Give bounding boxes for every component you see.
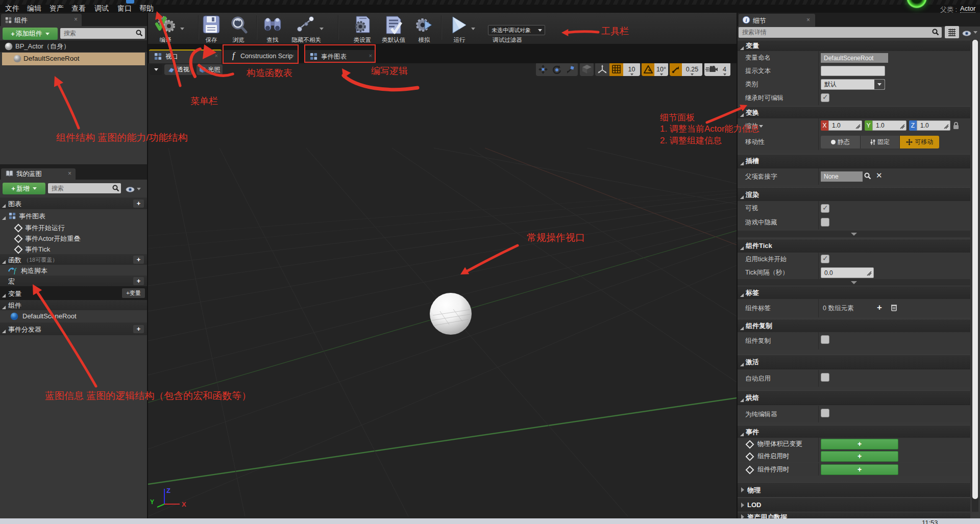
toolbar-button-编译[interactable] <box>154 14 177 34</box>
toolbar-dropdown-icon[interactable] <box>320 28 324 30</box>
list-header-事件分发器[interactable]: 事件分发器+ <box>0 322 147 335</box>
details-header-variable[interactable]: 变量 <box>738 40 970 52</box>
list-item-事件Tick[interactable]: 事件Tick <box>0 243 147 254</box>
list-header-组件[interactable]: 组件 <box>0 300 147 310</box>
add-element-icon[interactable]: + <box>877 303 882 313</box>
add-component-button[interactable]: +添加组件 <box>3 28 58 40</box>
category-dropdown[interactable]: 默认 <box>821 79 885 90</box>
surface-snap-icon[interactable] <box>595 63 609 76</box>
viewport-options-button[interactable] <box>150 64 162 75</box>
details-header-rendering[interactable]: 渲染 <box>738 187 970 202</box>
details-header-cooking[interactable]: 烘焙 <box>738 390 970 405</box>
camera-speed-icon[interactable] <box>704 63 719 76</box>
rotate-tool-icon[interactable] <box>550 63 564 76</box>
rotation-snap-group[interactable]: 10° <box>642 63 668 76</box>
list-header-变量[interactable]: 变量+变量 <box>0 286 147 300</box>
list-header-函数[interactable]: 函数（18可覆盖）+ <box>0 254 147 265</box>
list-item-事件Actor开始重叠[interactable]: 事件Actor开始重叠 <box>0 233 147 243</box>
tab-components[interactable]: 组件× <box>1 14 82 26</box>
details-eye-dropdown-icon[interactable] <box>973 31 977 34</box>
coordinate-space-button[interactable] <box>580 63 594 76</box>
add-事件分发器-button[interactable]: + <box>133 325 144 333</box>
details-header-transform[interactable]: 变换 <box>738 106 970 119</box>
menu-5[interactable]: 窗口 <box>117 5 132 13</box>
x-scale-field[interactable]: 1.0 <box>828 120 862 131</box>
tree-row-bp-actor[interactable]: BP_Actor（自身） <box>0 40 147 52</box>
instance-editable-checkbox[interactable] <box>821 93 829 102</box>
rotation-snap-value[interactable]: 10° <box>654 63 668 76</box>
os-taskbar[interactable]: 11:53 <box>0 518 980 524</box>
parent-class-value[interactable]: Actor <box>960 5 975 13</box>
toolbar-button-类设置[interactable] <box>353 14 372 34</box>
doc-tab-Construction Scrip[interactable]: fConstruction Scrip× <box>223 50 298 63</box>
camera-speed-group[interactable]: 4 <box>704 63 730 76</box>
details-search-input[interactable]: 搜索详情 <box>739 27 942 38</box>
details-scrollbar-thumb[interactable] <box>972 40 978 499</box>
camera-speed-value[interactable]: 4 <box>719 63 730 76</box>
toolbar-button-保存[interactable] <box>203 14 220 34</box>
add-event-button[interactable]: + <box>821 464 898 475</box>
debug-object-dropdown[interactable]: 未选中调试对象 <box>488 25 545 35</box>
details-collapsed-LOD[interactable]: LOD <box>738 497 970 512</box>
tree-row-defaultsceneroot[interactable]: DefaultSceneRoot <box>2 53 145 65</box>
world-space-cube-icon[interactable] <box>580 63 594 76</box>
property-matrix-button[interactable] <box>945 26 959 38</box>
my-blueprint-tab-close-icon[interactable]: × <box>68 170 71 177</box>
tooltip-field[interactable] <box>821 66 885 76</box>
transform-tools-group[interactable] <box>536 63 578 76</box>
menu-2[interactable]: 资产 <box>50 5 64 13</box>
add-event-button[interactable]: + <box>821 439 898 450</box>
tick-interval-field[interactable]: 0.0 <box>821 267 874 278</box>
list-item-事件开始运行[interactable]: 事件开始运行 <box>0 222 147 233</box>
details-header-component-tick[interactable]: 组件Tick <box>738 239 970 253</box>
details-header-tags[interactable]: 标签 <box>738 286 970 300</box>
tab-details[interactable]: i细节× <box>739 14 815 27</box>
hidden-in-game-checkbox[interactable] <box>821 218 829 227</box>
list-item-构造脚本[interactable]: f构造脚本 <box>0 265 147 276</box>
menu-6[interactable]: 帮助 <box>139 5 154 13</box>
components-tab-close-icon[interactable]: × <box>74 16 78 23</box>
list-item-DefaultSceneRoot[interactable]: DefaultSceneRoot <box>0 310 147 322</box>
menu-1[interactable]: 编辑 <box>27 5 41 13</box>
replicates-checkbox[interactable] <box>821 335 829 344</box>
toolbar-button-隐藏不相关[interactable] <box>296 14 316 34</box>
menu-3[interactable]: 查看 <box>71 5 86 13</box>
list-header-图表[interactable]: 图表+ <box>0 197 147 209</box>
details-tab-close-icon[interactable]: × <box>806 16 810 23</box>
details-header-sockets[interactable]: 插槽 <box>738 154 970 168</box>
perspective-button[interactable]: 透视 <box>164 64 192 75</box>
visible-checkbox[interactable] <box>821 204 829 213</box>
tick-enabled-checkbox[interactable] <box>821 255 829 263</box>
add-图表-button[interactable]: + <box>133 199 144 208</box>
details-header-activation[interactable]: 激活 <box>738 355 970 369</box>
add-variable-button[interactable]: +变量 <box>122 288 145 298</box>
toolbar-button-浏览[interactable] <box>229 14 248 34</box>
rotation-snap-icon[interactable] <box>642 63 654 76</box>
grid-snap-group[interactable]: 10 <box>595 63 640 76</box>
tab-close-icon[interactable]: × <box>369 53 372 59</box>
scale-snap-icon[interactable] <box>670 63 682 76</box>
socket-clear-icon[interactable]: ✕ <box>876 171 883 180</box>
tick-expander[interactable] <box>738 279 970 286</box>
rendering-expander[interactable] <box>738 231 970 237</box>
mobility-segmented-control[interactable]: 静态固定可移动 <box>821 136 939 148</box>
parent-socket-field[interactable]: None <box>821 171 863 182</box>
variable-name-field[interactable]: DefaultSceneRoot <box>821 53 888 63</box>
toolbar-button-类默认值[interactable] <box>384 14 403 34</box>
tab-close-icon[interactable]: × <box>215 53 218 59</box>
viewport-3d[interactable]: Z X Y透视光照 10 10° 0.25 4 <box>148 63 737 518</box>
details-header-events[interactable]: 事件 <box>738 425 970 439</box>
doc-tab-视口[interactable]: 视口× <box>149 49 222 64</box>
add-宏-button[interactable]: + <box>133 277 144 285</box>
my-blueprint-search-input[interactable]: 搜索 <box>48 183 121 193</box>
mobility-option-可移动[interactable]: 可移动 <box>899 136 939 148</box>
menu-4[interactable]: 调试 <box>94 5 109 13</box>
tab-close-icon[interactable]: × <box>291 53 295 59</box>
add-函数-button[interactable]: + <box>133 256 144 264</box>
toolbar-button-模拟[interactable] <box>414 14 434 34</box>
mobility-option-静态[interactable]: 静态 <box>821 136 860 148</box>
z-scale-field[interactable]: 1.0 <box>917 120 950 131</box>
add-event-button[interactable]: + <box>821 451 898 462</box>
y-scale-field[interactable]: 1.0 <box>872 120 906 131</box>
mobility-option-固定[interactable]: 固定 <box>860 136 900 148</box>
